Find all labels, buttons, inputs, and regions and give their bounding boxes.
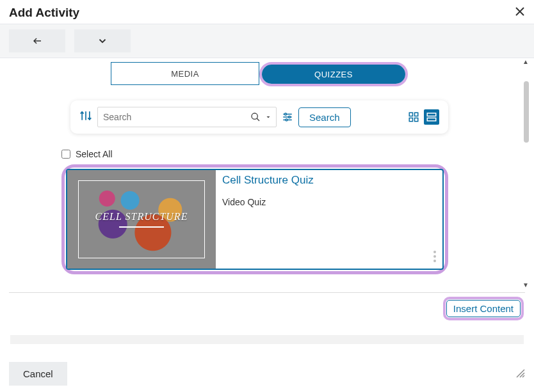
cancel-button[interactable]: Cancel (9, 362, 67, 386)
more-options-button[interactable] (433, 251, 436, 262)
close-icon (515, 6, 525, 17)
footer-bar (10, 335, 524, 344)
modal-title: Add Activity (9, 6, 79, 20)
svg-point-12 (286, 119, 287, 121)
search-button[interactable]: Search (298, 107, 351, 127)
svg-rect-16 (415, 118, 418, 122)
tab-quizzes[interactable]: QUIZZES (262, 65, 405, 84)
svg-point-5 (252, 113, 257, 119)
search-panel: Search (70, 100, 448, 134)
thumbnail-caption: CELL STRUCTURE (95, 211, 188, 223)
tab-media[interactable]: MEDIA (111, 62, 259, 85)
search-input[interactable] (98, 107, 250, 127)
scroll-up-icon[interactable]: ▲ (522, 58, 529, 65)
view-list-button[interactable] (424, 109, 439, 125)
search-input-wrapper (97, 107, 277, 127)
svg-rect-17 (427, 113, 436, 116)
back-button[interactable] (9, 29, 65, 52)
svg-rect-13 (409, 113, 412, 116)
svg-rect-18 (427, 118, 436, 122)
scrollbar-thumb[interactable] (524, 81, 529, 143)
resize-grip-icon[interactable] (515, 368, 525, 380)
select-all-checkbox[interactable] (61, 150, 70, 159)
svg-rect-14 (415, 113, 418, 116)
search-icon[interactable] (250, 112, 261, 122)
svg-point-11 (289, 116, 291, 118)
scroll-down-icon[interactable]: ▼ (522, 281, 529, 288)
chevron-down-icon (97, 35, 108, 47)
sliders-icon[interactable] (282, 111, 293, 123)
quiz-title: Cell Structure Quiz (222, 174, 436, 187)
grid-icon (408, 111, 419, 123)
svg-rect-15 (409, 118, 412, 122)
quiz-thumbnail: CELL STRUCTURE (67, 170, 216, 269)
dropdown-button[interactable] (74, 29, 131, 52)
svg-line-6 (257, 118, 259, 121)
view-grid-button[interactable] (406, 109, 421, 125)
close-button[interactable] (515, 5, 525, 20)
select-all-label: Select All (76, 149, 113, 159)
quiz-type: Video Quiz (222, 197, 436, 207)
filter-sort-icon[interactable] (79, 109, 92, 125)
insert-content-button[interactable]: Insert Content (446, 300, 521, 317)
list-icon (426, 111, 437, 123)
quiz-item-highlight: CELL STRUCTURE Cell Structure Quiz Video… (61, 164, 448, 274)
quiz-item[interactable]: CELL STRUCTURE Cell Structure Quiz Video… (66, 169, 444, 270)
search-dropdown-icon[interactable] (264, 113, 272, 121)
arrow-left-icon (31, 35, 43, 47)
svg-point-10 (285, 113, 287, 115)
svg-line-21 (522, 375, 524, 377)
